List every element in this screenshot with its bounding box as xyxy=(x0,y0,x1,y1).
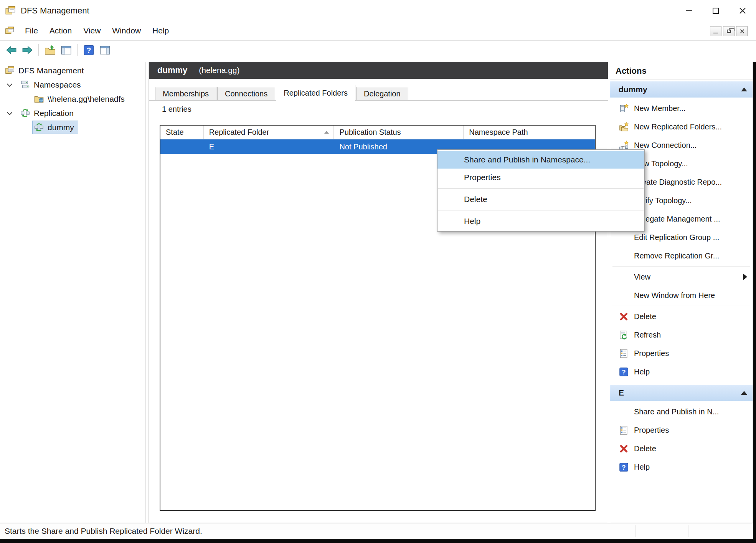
context-menu-item-help[interactable]: Help xyxy=(437,212,644,230)
menu-item-action[interactable]: Action xyxy=(44,23,78,38)
action-item-delete-e[interactable]: Delete xyxy=(610,439,753,458)
mdi-restore-button[interactable] xyxy=(723,26,735,36)
action-item-refresh[interactable]: Refresh xyxy=(610,326,753,344)
menu-item-window[interactable]: Window xyxy=(106,23,147,38)
action-item-delete[interactable]: Delete xyxy=(610,307,753,326)
new-member-icon xyxy=(619,103,630,114)
show-action-pane-button[interactable] xyxy=(97,42,113,58)
menu-item-file[interactable]: File xyxy=(19,23,44,38)
console-tree: DFS Management Namespaces \\helena.gg\he… xyxy=(0,62,145,523)
page-subtitle: (helena.gg) xyxy=(199,66,239,75)
action-item-share-and-publish[interactable]: Share and Publish in N... xyxy=(610,402,753,421)
tree-item-helenadfs[interactable]: \\helena.gg\helenadfs xyxy=(0,92,145,106)
action-separator xyxy=(612,306,750,306)
help-icon xyxy=(83,44,95,56)
tab-delegation[interactable]: Delegation xyxy=(356,87,408,101)
close-button[interactable] xyxy=(729,0,756,21)
up-one-level-button[interactable] xyxy=(42,42,58,58)
status-bar-separator xyxy=(688,525,688,537)
action-item-view[interactable]: View xyxy=(610,268,753,286)
back-button[interactable] xyxy=(3,42,19,58)
tree-item-replication[interactable]: Replication xyxy=(0,106,145,120)
action-item-new-replicated-folders[interactable]: New Replicated Folders... xyxy=(610,118,753,136)
cell-state xyxy=(160,139,204,154)
maximize-button[interactable] xyxy=(702,0,729,21)
minimize-icon xyxy=(686,10,692,11)
delete-icon xyxy=(619,444,630,454)
column-header-state[interactable]: State xyxy=(160,126,204,139)
menu-item-help[interactable]: Help xyxy=(147,23,175,38)
help-icon xyxy=(619,462,630,472)
minimize-icon xyxy=(713,33,718,33)
replication-group-icon xyxy=(34,122,44,132)
tree-item-namespaces[interactable]: Namespaces xyxy=(0,78,145,92)
dfs-management-window: DFS Management File Action View Window H… xyxy=(0,0,756,543)
context-menu-item-delete[interactable]: Delete xyxy=(437,190,644,208)
action-pane-icon xyxy=(99,44,111,56)
submenu-arrow-icon xyxy=(743,273,747,280)
tab-replicated-folders[interactable]: Replicated Folders xyxy=(276,85,355,101)
dfs-management-icon xyxy=(5,65,15,76)
status-bar: Starts the Share and Publish Replicated … xyxy=(0,523,756,539)
action-section-header-e[interactable]: E xyxy=(610,385,753,401)
help-icon xyxy=(619,367,630,377)
console-tree-icon xyxy=(60,44,72,56)
dfs-management-app-icon xyxy=(5,5,16,17)
context-menu: Share and Publish in Namespace... Proper… xyxy=(437,149,645,232)
toolbar xyxy=(0,41,756,59)
console-window-icon xyxy=(5,26,15,36)
context-menu-separator xyxy=(438,210,644,210)
mdi-close-button[interactable] xyxy=(736,26,748,36)
tree-item-dummy[interactable]: dummy xyxy=(0,120,145,134)
entries-count: 1 entries xyxy=(162,105,191,114)
screen-edge xyxy=(753,62,756,539)
toolbar-separator xyxy=(77,44,78,56)
properties-icon xyxy=(619,425,630,435)
column-header-publication-status[interactable]: Publication Status xyxy=(334,126,464,139)
context-menu-item-share-and-publish[interactable]: Share and Publish in Namespace... xyxy=(437,151,644,169)
title-bar: DFS Management xyxy=(0,0,756,21)
sort-ascending-icon xyxy=(324,131,329,134)
action-item-new-window-from-here[interactable]: New Window from Here xyxy=(610,286,753,305)
actions-pane-title: Actions xyxy=(610,62,753,80)
maximize-icon xyxy=(713,8,719,14)
minimize-button[interactable] xyxy=(675,0,702,21)
help-button[interactable] xyxy=(81,42,97,58)
content-header: dummy (helena.gg) xyxy=(149,62,608,79)
tab-connections[interactable]: Connections xyxy=(217,87,275,101)
context-menu-item-properties[interactable]: Properties xyxy=(437,169,644,186)
action-item-remove-replication-group[interactable]: Remove Replication Gr... xyxy=(610,247,753,265)
chevron-expanded-icon[interactable] xyxy=(7,81,12,86)
show-console-tree-button[interactable] xyxy=(58,42,74,58)
collapse-section-icon[interactable] xyxy=(741,391,747,395)
forward-button[interactable] xyxy=(19,42,35,58)
action-item-help-e[interactable]: Help xyxy=(610,458,753,476)
action-item-properties[interactable]: Properties xyxy=(610,344,753,363)
chevron-expanded-icon[interactable] xyxy=(7,109,12,115)
restore-icon xyxy=(727,30,731,33)
column-header-namespace-path[interactable]: Namespace Path xyxy=(464,126,595,139)
close-icon xyxy=(739,7,746,15)
mdi-minimize-button[interactable] xyxy=(710,26,721,36)
namespaces-icon xyxy=(20,79,30,90)
tree-item-dfs-management[interactable]: DFS Management xyxy=(0,63,145,78)
page-title: dummy xyxy=(157,65,187,75)
action-item-properties-e[interactable]: Properties xyxy=(610,421,753,439)
action-item-help[interactable]: Help xyxy=(610,363,753,381)
new-connection-icon xyxy=(619,140,630,151)
column-header-replicated-folder[interactable]: Replicated Folder xyxy=(204,126,334,139)
toolbar-separator xyxy=(38,44,39,56)
tab-memberships[interactable]: Memberships xyxy=(155,87,216,101)
close-icon xyxy=(739,29,744,34)
context-menu-separator xyxy=(438,188,644,189)
actions-pane: Actions dummy New Member... New Replicat… xyxy=(610,62,753,523)
namespace-folder-icon xyxy=(34,94,44,104)
menu-item-view[interactable]: View xyxy=(78,23,106,38)
action-item-new-member[interactable]: New Member... xyxy=(610,99,753,118)
action-section-header-dummy[interactable]: dummy xyxy=(610,81,753,98)
collapse-section-icon[interactable] xyxy=(741,88,747,91)
tab-strip: Memberships Connections Replicated Folde… xyxy=(155,85,409,101)
refresh-icon xyxy=(619,330,630,340)
window-title: DFS Management xyxy=(21,6,89,16)
new-replicated-folders-icon xyxy=(619,122,630,132)
